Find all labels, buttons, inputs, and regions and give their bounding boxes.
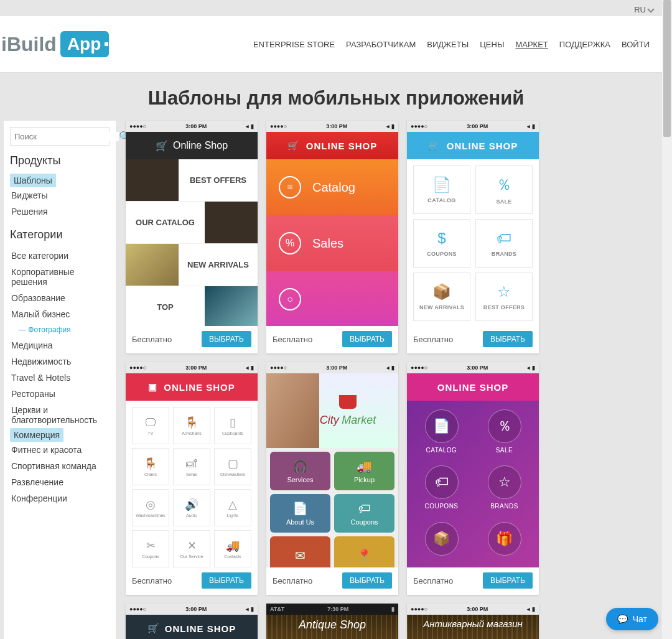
template-preview: ●●●●○3:00 PM◂ ▮ 🛒ONLINE SHOP 📄OUR CATALO… [126, 604, 258, 639]
cell-label: Pickup [354, 476, 375, 483]
page-scrollbar[interactable] [662, 0, 672, 639]
template-card[interactable]: ●●●●○3:00 PM◂ ▮ ▣ONLINE SHOP 🖵TV 🪑Armcha… [126, 362, 258, 595]
price-label: Бесплатно [413, 335, 453, 344]
light-icon: △ [228, 498, 237, 511]
nav-support[interactable]: ПОДДЕРЖКА [559, 40, 610, 49]
nav-market[interactable]: МАРКЕТ [515, 40, 548, 49]
cell-label: Chairs [144, 472, 157, 477]
language-selector[interactable]: RU [634, 5, 653, 14]
template-card[interactable]: ●●●●○3:00 PM◂ ▮ 🛒ONLINE SHOP 📄CATALOG ％S… [407, 121, 539, 353]
cat-church[interactable]: Церкви и благотворительность [10, 402, 110, 428]
select-button[interactable]: ВЫБРАТЬ [483, 572, 533, 589]
phone-statusbar: AT&T7:30 PM▮ [266, 604, 398, 615]
template-card[interactable]: ●●●●○3:00 PM◂ ▮ 🛒Online Shop BEST OFFERS… [126, 121, 258, 353]
logo-text-1: iBuild [1, 33, 57, 56]
cell-label: Contacts [224, 554, 241, 559]
template-preview: ●●●●○3:00 PM◂ ▮ City Market 🎧Services 🚚P… [266, 362, 398, 567]
star-icon: ☆ [488, 465, 521, 499]
price-label: Бесплатно [273, 576, 312, 585]
paper-icon: 📄 [292, 501, 308, 516]
cell-label: Audio [186, 513, 197, 518]
audio-icon: 🔊 [185, 498, 198, 511]
template-card[interactable]: ●●●●○3:00 PM◂ ▮ Антикварный магазин [407, 604, 539, 639]
nav-enterprise[interactable]: ENTERPRISE STORE [253, 40, 335, 49]
cupboard-icon: ▯ [230, 416, 236, 429]
cart-icon: 🛒 [287, 140, 300, 151]
template-card[interactable]: ●●●●○3:00 PM◂ ▮ 🛒ONLINE SHOP ≡Catalog %S… [266, 121, 398, 353]
template-preview: AT&T7:30 PM▮ Antique Shop [266, 604, 398, 639]
logo-badge: App [60, 31, 109, 57]
coupon-icon: ✂ [146, 539, 156, 553]
tag-icon: 🏷 [425, 465, 459, 499]
select-button[interactable]: ВЫБРАТЬ [483, 331, 533, 347]
tag-icon: 🏷 [358, 501, 371, 516]
sofa-icon: 🛋 [186, 457, 197, 470]
products-list: Шаблоны Виджеты Решения [10, 174, 110, 220]
phone-statusbar: ●●●●○3:00 PM◂ ▮ [126, 362, 258, 373]
truck-icon: 🚚 [357, 459, 372, 473]
cat-conferences[interactable]: Конференции [10, 490, 110, 506]
template-card[interactable]: ●●●●○3:00 PM◂ ▮ City Market 🎧Services 🚚P… [266, 362, 398, 595]
main-nav: ENTERPRISE STORE РАЗРАБОТЧИКАМ ВИДЖЕТЫ Ц… [253, 40, 650, 49]
list-icon: ≡ [279, 176, 301, 198]
scrollbar-thumb[interactable] [663, 0, 671, 137]
page-title: Шаблоны для мобильных приложений [0, 87, 672, 110]
cat-entertainment[interactable]: Развлечение [10, 474, 110, 490]
search-input[interactable] [14, 132, 119, 141]
circle-icon: ○ [279, 288, 301, 310]
cat-medicine[interactable]: Медицина [10, 337, 110, 353]
language-label: RU [634, 5, 646, 14]
select-button[interactable]: ВЫБРАТЬ [342, 331, 392, 347]
sale-icon: ％ [497, 175, 511, 195]
product-templates[interactable]: Шаблоны [10, 174, 56, 187]
cell-label: CATALOG [426, 447, 457, 454]
logo[interactable]: iBuild App [1, 31, 109, 57]
cell-label: Lights [227, 513, 239, 518]
cat-fitness[interactable]: Фитнес и красота [10, 442, 110, 458]
nav-login[interactable]: ВОЙТИ [622, 40, 650, 49]
chair-icon: 🪑 [144, 457, 157, 470]
person-image [266, 373, 319, 448]
cat-travel[interactable]: Travel & Hotels [10, 370, 110, 386]
product-solutions[interactable]: Решения [10, 203, 110, 220]
select-button[interactable]: ВЫБРАТЬ [202, 572, 251, 589]
chat-label: Чат [633, 614, 647, 624]
cat-all[interactable]: Все категории [10, 248, 110, 264]
cat-photo[interactable]: Фотография [10, 322, 110, 337]
cat-sports[interactable]: Спортивная команда [10, 458, 110, 474]
template-card[interactable]: ●●●●○3:00 PM◂ ▮ 🛒ONLINE SHOP 📄OUR CATALO… [126, 604, 258, 639]
product-widgets[interactable]: Виджеты [10, 187, 110, 203]
cat-edu[interactable]: Образование [10, 290, 110, 306]
catalog-icon: 📄 [432, 176, 451, 194]
template-title: ONLINE SHOP [447, 141, 518, 151]
catalog-icon: 📄 [425, 409, 459, 443]
cat-corp[interactable]: Корпоративные решения [10, 264, 110, 290]
search-box[interactable]: 🔍 [10, 127, 110, 146]
cat-commerce[interactable]: Коммерция [10, 428, 63, 442]
tag-icon: 🏷 [497, 230, 511, 247]
template-card[interactable]: ●●●●○3:00 PM◂ ▮ ONLINE SHOP 📄CATALOG ％SA… [407, 362, 539, 595]
cat-smallbiz[interactable]: Малый бизнес [10, 306, 110, 322]
cell-label: TV [148, 431, 154, 436]
gift-icon: 🎁 [488, 522, 521, 556]
phone-statusbar: ●●●●○3:00 PM◂ ▮ [126, 121, 258, 132]
nav-widgets[interactable]: ВИДЖЕТЫ [427, 40, 469, 49]
chat-button[interactable]: 💬 Чат [606, 608, 658, 630]
row-label: TOP [126, 286, 205, 326]
truck-icon: 🚚 [226, 539, 240, 553]
template-preview: ●●●●○3:00 PM◂ ▮ 🛒Online Shop BEST OFFERS… [126, 121, 258, 326]
nav-developers[interactable]: РАЗРАБОТЧИКАМ [346, 40, 416, 49]
pin-icon: 📍 [357, 548, 372, 563]
cat-realestate[interactable]: Недвижимость [10, 353, 110, 370]
select-button[interactable]: ВЫБРАТЬ [342, 572, 392, 589]
cell-label: Dishwashers [220, 472, 245, 477]
template-card[interactable]: AT&T7:30 PM▮ Antique Shop [266, 604, 398, 639]
row-label: NEW ARRIVALS [179, 244, 258, 286]
nav-prices[interactable]: ЦЕНЫ [480, 40, 504, 49]
template-preview: ●●●●○3:00 PM◂ ▮ 🛒ONLINE SHOP 📄CATALOG ％S… [407, 121, 539, 326]
template-title: ONLINE SHOP [164, 382, 235, 393]
cart-icon: 🛒 [428, 140, 441, 151]
select-button[interactable]: ВЫБРАТЬ [202, 331, 251, 347]
phone-statusbar: ●●●●○3:00 PM◂ ▮ [407, 121, 539, 132]
cat-restaurants[interactable]: Рестораны [10, 386, 110, 402]
